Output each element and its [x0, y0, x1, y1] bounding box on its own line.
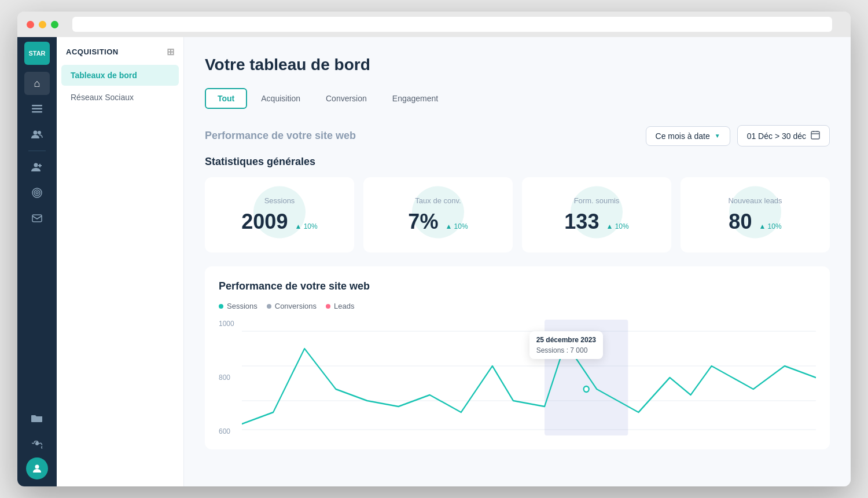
maximize-button[interactable]: [51, 21, 58, 28]
chart-y-labels: 1000 800 600: [219, 320, 242, 435]
legend-dot-leads: [326, 304, 330, 309]
legend-dot-sessions: [219, 304, 223, 309]
stat-card-form: Form. soumis 133 ▲ 10%: [522, 177, 671, 252]
tab-conversion[interactable]: Conversion: [314, 88, 378, 109]
calendar-icon: [811, 130, 820, 141]
target-icon[interactable]: [24, 181, 50, 204]
settings-icon[interactable]: [24, 432, 50, 455]
minimize-button[interactable]: [39, 21, 46, 28]
performance-title: Performance de votre site web: [205, 130, 356, 142]
legend-dot-conversions: [267, 304, 271, 309]
legend-leads: Leads: [326, 302, 354, 310]
period-dropdown[interactable]: Ce mois à date ▼: [646, 126, 730, 146]
home-icon[interactable]: ⌂: [24, 72, 50, 95]
stat-value-taux: 7%: [408, 210, 438, 234]
performance-header: Performance de votre site web Ce mois à …: [205, 125, 830, 147]
chart-legend: Sessions Conversions Leads: [219, 302, 816, 310]
folder-icon[interactable]: [24, 407, 50, 430]
logo: STAR: [24, 42, 50, 65]
legend-sessions: Sessions: [219, 302, 258, 310]
section-controls: Ce mois à date ▼ 01 Déc > 30 déc: [646, 125, 830, 147]
stat-value-sessions: 2009: [241, 210, 288, 234]
stat-change-form: ▲ 10%: [606, 222, 628, 230]
titlebar: [17, 12, 851, 37]
svg-point-4: [38, 131, 41, 134]
stat-change-taux: ▲ 10%: [445, 222, 468, 230]
page-title: Votre tableau de bord: [205, 56, 830, 74]
stat-label-leads: Nouveaux leads: [728, 196, 782, 205]
svg-rect-0: [32, 105, 42, 107]
period-dropdown-label: Ce mois à date: [656, 131, 710, 141]
chart-area: 1000 800 600: [219, 320, 816, 435]
address-bar[interactable]: [72, 17, 832, 32]
chart-title: Performance de votre site web: [219, 280, 816, 292]
sidebar-divider-1: [28, 151, 46, 151]
svg-point-12: [35, 465, 39, 469]
left-nav: ACQUISITION ⊞ Tableaux de bord Réseaux S…: [57, 37, 184, 486]
legend-conversions: Conversions: [267, 302, 317, 310]
stat-label-form: Form. soumis: [574, 196, 620, 205]
nav-item-tableaux[interactable]: Tableaux de bord: [61, 65, 179, 86]
users-icon[interactable]: [24, 123, 50, 146]
tabs-bar: Tout Acquisition Conversion Engagement: [205, 88, 830, 109]
y-label-800: 800: [219, 374, 242, 382]
tooltip-sessions: Sessions : 7 000: [536, 346, 596, 354]
svg-point-9: [34, 190, 40, 196]
svg-rect-2: [32, 111, 42, 113]
close-button[interactable]: [27, 21, 34, 28]
stat-value-form: 133: [564, 210, 599, 234]
tab-tout[interactable]: Tout: [205, 88, 247, 109]
chart-tooltip: 25 décembre 2023 Sessions : 7 000: [529, 331, 603, 359]
date-range-button[interactable]: 01 Déc > 30 déc: [737, 125, 830, 147]
left-nav-title: ACQUISITION ⊞: [57, 46, 183, 64]
stat-card-sessions: Sessions 2009 ▲ 10%: [205, 177, 354, 252]
stat-value-leads: 80: [729, 210, 752, 234]
stat-label-taux: Taux de conv.: [415, 196, 461, 205]
chart-card: Performance de votre site web Sessions C…: [205, 266, 830, 449]
user-add-icon[interactable]: [24, 156, 50, 179]
stats-cards: Sessions 2009 ▲ 10% Taux de conv. 7% ▲ 1…: [205, 177, 830, 252]
stat-card-taux: Taux de conv. 7% ▲ 10%: [363, 177, 513, 252]
date-range-label: 01 Déc > 30 déc: [747, 131, 806, 141]
tab-engagement[interactable]: Engagement: [381, 88, 450, 109]
svg-point-5: [34, 163, 38, 167]
account-icon[interactable]: [26, 457, 48, 479]
y-label-600: 600: [219, 427, 242, 435]
tab-acquisition[interactable]: Acquisition: [249, 88, 312, 109]
list-icon[interactable]: [24, 97, 50, 120]
y-label-1000: 1000: [219, 320, 242, 328]
stat-change-leads: ▲ 10%: [759, 222, 781, 230]
main-content: Votre tableau de bord Tout Acquisition C…: [184, 37, 851, 486]
stat-change-sessions: ▲ 10%: [295, 222, 317, 230]
stat-label-sessions: Sessions: [264, 196, 295, 205]
svg-point-10: [36, 192, 38, 194]
svg-rect-11: [32, 215, 42, 222]
svg-point-19: [584, 386, 589, 392]
stats-section-title: Statistiques générales: [205, 156, 830, 168]
nav-collapse-icon[interactable]: ⊞: [167, 46, 175, 57]
tooltip-date: 25 décembre 2023: [536, 336, 596, 344]
svg-rect-1: [32, 108, 42, 110]
icon-sidebar: STAR ⌂: [17, 37, 57, 486]
svg-rect-13: [811, 131, 819, 139]
stat-card-leads: Nouveaux leads 80 ▲ 10%: [681, 177, 830, 252]
mail-icon[interactable]: [24, 207, 50, 230]
svg-point-3: [34, 131, 38, 135]
nav-item-reseaux[interactable]: Réseaux Sociaux: [61, 87, 179, 108]
dropdown-arrow-icon: ▼: [715, 133, 720, 139]
